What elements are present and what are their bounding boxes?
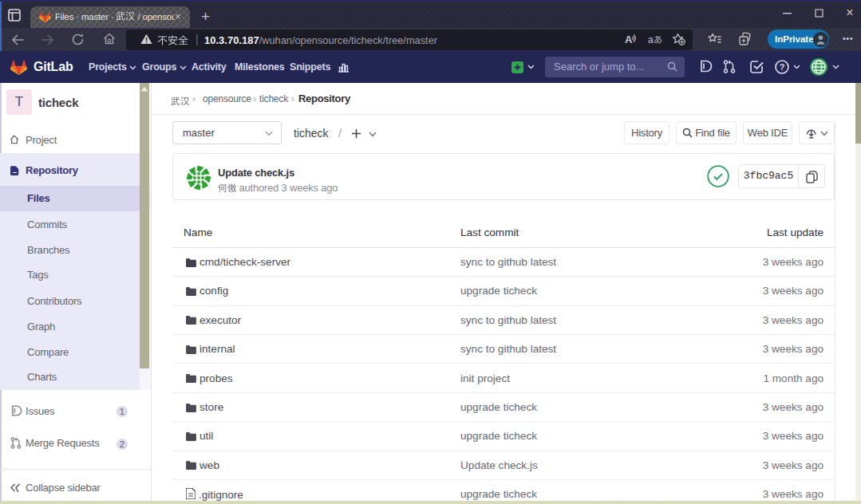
svg-text:A: A — [625, 33, 633, 45]
svg-text:?: ? — [780, 62, 785, 72]
